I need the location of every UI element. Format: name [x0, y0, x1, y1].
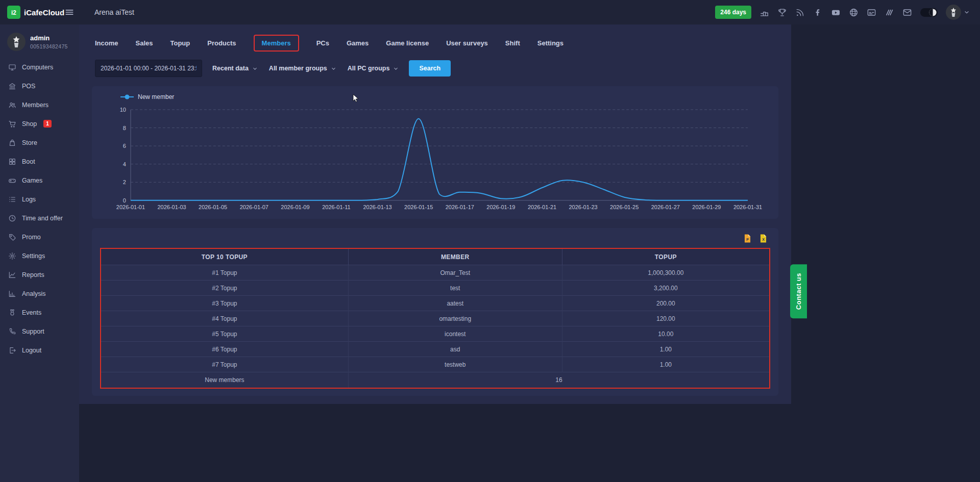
tab-settings[interactable]: Settings [537, 36, 564, 50]
svg-text:i2: i2 [11, 9, 16, 16]
search-button[interactable]: Search [409, 60, 451, 77]
youtube-icon[interactable] [831, 8, 841, 17]
app-logo-icon[interactable]: i2 [7, 6, 20, 19]
avatar [946, 5, 961, 20]
table-cell: #1 Topup [101, 265, 348, 281]
sidebar-item-analysis[interactable]: Analysis [0, 284, 79, 303]
sidebar-item-label: Promo [22, 234, 41, 241]
table-cell: 1.00 [562, 357, 769, 372]
tab-user-surveys[interactable]: User surveys [446, 36, 488, 50]
tab-bar: IncomeSalesTopupProductsMembersPCsGamesG… [92, 33, 778, 59]
sidebar-item-time-and-offer[interactable]: Time and offer [0, 209, 79, 227]
sidebar-item-label: Support [22, 328, 44, 335]
svg-text:2026-01-15: 2026-01-15 [404, 204, 433, 210]
sidebar-item-pos[interactable]: POS [0, 77, 79, 95]
chevron-down-icon [393, 66, 399, 71]
rss-icon[interactable] [795, 8, 805, 17]
tab-sales[interactable]: Sales [136, 36, 153, 50]
sidebar-item-promo[interactable]: Promo [0, 227, 79, 246]
gamepad-icon [8, 176, 16, 185]
table-cell: #4 Topup [101, 311, 348, 326]
tab-game-license[interactable]: Game license [386, 36, 429, 50]
table-cell: 1,000,300.00 [562, 265, 769, 281]
table-row: #5 Topupicontest10.00 [101, 326, 769, 342]
tab-income[interactable]: Income [95, 36, 118, 50]
svg-text:2026-01-23: 2026-01-23 [569, 204, 597, 210]
tab-members[interactable]: Members [254, 35, 299, 52]
theme-toggle[interactable] [920, 8, 938, 17]
user-avatar [7, 33, 26, 51]
table-cell: #7 Topup [101, 357, 348, 372]
table-cell: asd [348, 342, 562, 357]
select-value: Recent data [212, 65, 249, 72]
sidebar-user[interactable]: admin 005193482475 [0, 24, 79, 58]
tab-games[interactable]: Games [347, 36, 369, 50]
sidebar-item-computers[interactable]: Computers [0, 58, 79, 77]
facebook-icon[interactable] [813, 8, 823, 17]
sidebar-item-store[interactable]: Store [0, 133, 79, 152]
user-id: 005193482475 [30, 43, 68, 49]
contact-us-button[interactable]: Contact us [790, 264, 807, 318]
sidebar-item-settings[interactable]: Settings [0, 246, 79, 265]
table-cell: aatest [348, 296, 562, 311]
svg-text:2026-01-07: 2026-01-07 [240, 204, 268, 210]
recent-data-select[interactable]: Recent data [212, 65, 258, 72]
layers-icon[interactable] [885, 8, 894, 17]
globe-icon[interactable] [849, 8, 859, 17]
sidebar-item-label: POS [22, 83, 35, 90]
sidebar-item-members[interactable]: Members [0, 95, 79, 114]
svg-text:2026-01-31: 2026-01-31 [733, 204, 762, 210]
new-members-label: New members [101, 372, 348, 388]
menu-icon[interactable] [64, 7, 75, 17]
pc-groups-select[interactable]: All PC groups [348, 65, 399, 72]
sidebar-item-label: Boot [22, 158, 35, 165]
ranking-icon[interactable] [760, 8, 769, 17]
tab-pcs[interactable]: PCs [316, 36, 329, 50]
svg-text:2: 2 [123, 179, 126, 185]
export-excel-icon[interactable]: X [758, 233, 768, 244]
filter-bar: Recent dataAll member groupsAll PC group… [92, 60, 778, 77]
sidebar-item-label: Settings [22, 252, 45, 260]
sidebar-item-label: Members [22, 102, 48, 109]
sidebar-item-logs[interactable]: Logs [0, 190, 79, 209]
mail-icon[interactable] [902, 8, 912, 17]
chevron-down-icon [252, 66, 258, 71]
tab-topup[interactable]: Topup [170, 36, 190, 50]
table-header-row: TOP 10 TOPUPMEMBERTOPUP [101, 249, 769, 265]
sidebar-item-events[interactable]: Events [0, 303, 79, 322]
tab-products[interactable]: Products [207, 36, 236, 50]
brand: i2 iCafeCloud [0, 6, 79, 19]
app-name: iCafeCloud [24, 8, 64, 17]
svg-text:2026-01-09: 2026-01-09 [281, 204, 309, 210]
sidebar-item-logout[interactable]: Logout [0, 341, 79, 360]
svg-text:2026-01-17: 2026-01-17 [446, 204, 474, 210]
bag-icon [8, 139, 16, 147]
shop-count-badge: 1 [43, 120, 52, 128]
topup-table-highlight: TOP 10 TOPUPMEMBERTOPUP #1 TopupOmar_Tes… [100, 248, 770, 389]
sidebar-item-reports[interactable]: Reports [0, 265, 79, 284]
table-cell: 1.00 [562, 342, 769, 357]
date-range-input[interactable] [95, 60, 202, 77]
user-menu[interactable] [946, 5, 970, 20]
chevron-down-icon [331, 66, 336, 71]
tab-shift[interactable]: Shift [505, 36, 520, 50]
license-days-badge[interactable]: 246 days [715, 6, 751, 19]
sidebar-item-support[interactable]: Support [0, 322, 79, 341]
subtitles-icon[interactable] [867, 8, 876, 17]
svg-text:2026-01-25: 2026-01-25 [610, 204, 639, 210]
table-cell: icontest [348, 326, 562, 342]
chevron-down-icon [964, 9, 970, 15]
sidebar-item-label: Logs [22, 196, 36, 203]
column-header-member: MEMBER [348, 249, 562, 265]
member-groups-select[interactable]: All member groups [269, 65, 336, 72]
sidebar-item-games[interactable]: Games [0, 171, 79, 190]
table-row: #6 Topupasd1.00 [101, 342, 769, 357]
chart-legend[interactable]: New member [101, 92, 769, 105]
svg-text:8: 8 [123, 125, 126, 131]
sidebar-item-shop[interactable]: Shop1 [0, 114, 79, 133]
sidebar-item-boot[interactable]: Boot [0, 152, 79, 171]
export-pdf-icon[interactable]: P [743, 233, 752, 244]
table-row: #3 Topupaatest200.00 [101, 296, 769, 311]
clock-icon [8, 214, 16, 222]
trophy-icon[interactable] [777, 8, 787, 17]
